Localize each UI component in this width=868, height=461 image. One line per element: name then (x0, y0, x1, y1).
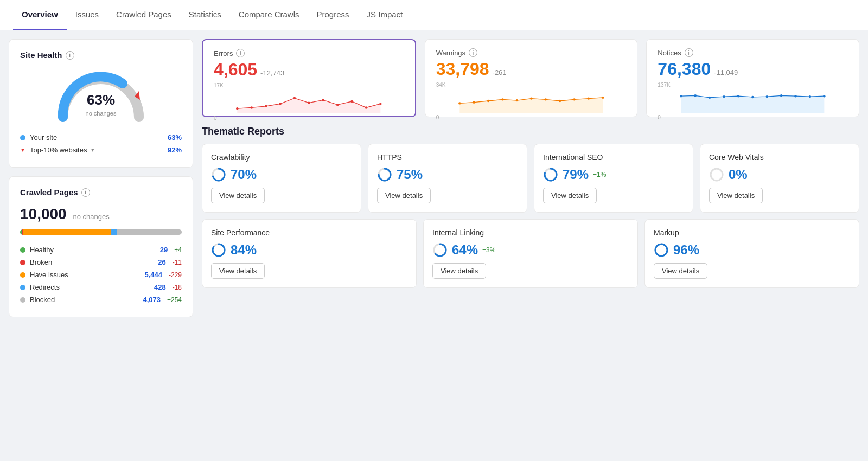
sidebar: Site Health i 63% (9, 39, 193, 317)
metric-value-warnings: 33,798-261 (436, 60, 627, 78)
report-circle-icon (377, 167, 392, 182)
report-percentage: 75% (397, 167, 423, 182)
legend-dot (20, 297, 25, 303)
legend-values: 428 -18 (154, 283, 182, 291)
view-details-button[interactable]: View details (211, 263, 265, 279)
crawled-pages-info-icon[interactable]: i (81, 188, 90, 197)
svg-point-8 (336, 104, 339, 106)
site-health-title: Site Health i (20, 50, 182, 60)
view-details-button[interactable]: View details (543, 188, 597, 203)
report-card: Core Web Vitals0%View details (700, 144, 859, 213)
report-circle-icon (654, 242, 669, 258)
legend-value: 26 (158, 258, 165, 266)
legend-change: -18 (173, 284, 182, 291)
legend-change: -11 (173, 259, 182, 266)
nav-item-crawled-pages[interactable]: Crawled Pages (107, 0, 180, 30)
chart-zero-label: 0 (658, 114, 848, 120)
view-details-button[interactable]: View details (432, 263, 486, 279)
svg-point-29 (766, 95, 768, 98)
report-percentage: 64% (452, 242, 478, 258)
your-site-left: Your site (20, 133, 57, 142)
your-site-value: 63% (168, 133, 182, 142)
legend-dot (20, 272, 25, 278)
gauge-percentage: 63% (86, 92, 117, 108)
thematic-title: Thematic Reports (202, 126, 859, 137)
chart-zero-label: 0 (214, 115, 404, 121)
metric-info-icon[interactable]: i (469, 48, 477, 57)
legend-value: 4,073 (143, 296, 161, 304)
nav-item-progress[interactable]: Progress (308, 0, 358, 30)
crawled-legend-item: Redirects 428 -18 (20, 281, 182, 293)
report-card: Crawlability70%View details (202, 144, 361, 213)
report-percentage: 96% (673, 242, 699, 258)
report-pct-change: +1% (593, 171, 606, 178)
gauge-sub-label: no changes (86, 110, 117, 117)
your-site-dot (20, 135, 25, 140)
reports-row2: Site Performance84%View detailsInternal … (202, 219, 859, 288)
legend-values: 29 +4 (160, 246, 182, 254)
metric-card-warnings: Warningsi33,798-26134K0 (425, 39, 638, 117)
top10-left: ▼ Top-10% websites ▾ (20, 146, 94, 154)
metric-label-text: Errors (214, 49, 233, 57)
metric-card-notices: Noticesi76,380-11,049137K0 (646, 39, 859, 117)
site-health-info-icon[interactable]: i (66, 51, 74, 60)
svg-point-17 (530, 97, 532, 99)
nav-item-issues[interactable]: Issues (67, 0, 107, 30)
svg-point-10 (365, 106, 367, 108)
progress-blocked (117, 229, 182, 235)
report-name: Crawlability (211, 153, 352, 162)
metric-label-errors: Errorsi (214, 49, 404, 57)
chart-axis: 17K (214, 82, 404, 88)
metric-value-notices: 76,380-11,049 (658, 60, 848, 78)
nav-item-overview[interactable]: Overview (13, 0, 67, 30)
metric-info-icon[interactable]: i (236, 49, 245, 57)
mini-chart-notices: 137K0 (658, 82, 848, 109)
report-card: HTTPS75%View details (368, 144, 527, 213)
metrics-row: Errorsi4,605-12,74317K0Warningsi33,798-2… (202, 39, 859, 117)
mini-chart-warnings: 34K0 (436, 82, 627, 109)
report-card: Internal Linking64%+3%View details (423, 219, 638, 288)
report-percentage: 79% (563, 167, 589, 182)
report-name: Markup (654, 228, 850, 237)
view-details-button[interactable]: View details (377, 188, 431, 203)
gauge-center: 63% no changes (86, 92, 117, 117)
svg-point-9 (350, 100, 353, 103)
svg-point-15 (501, 98, 503, 100)
chart-max-label: 34K (436, 82, 446, 88)
svg-point-18 (544, 98, 546, 100)
legend-label: Broken (30, 258, 52, 266)
metric-info-icon[interactable]: i (685, 48, 693, 57)
nav-item-js-impact[interactable]: JS Impact (358, 0, 412, 30)
metric-label-text: Warnings (436, 49, 465, 57)
metric-label-text: Notices (658, 49, 681, 57)
crawled-legend-item: Healthy 29 +4 (20, 244, 182, 256)
svg-point-26 (723, 95, 725, 98)
nav-item-statistics[interactable]: Statistics (180, 0, 230, 30)
nav-item-compare-crawls[interactable]: Compare Crawls (230, 0, 308, 30)
metric-change-warnings: -261 (493, 68, 507, 76)
legend-dot (20, 260, 25, 265)
your-site-label: Your site (30, 133, 57, 142)
report-pct-row: 64%+3% (432, 242, 629, 258)
svg-point-24 (694, 94, 697, 97)
crawled-count-change: no changes (73, 213, 110, 221)
svg-point-27 (737, 95, 739, 97)
view-details-button[interactable]: View details (211, 188, 265, 203)
metric-label-notices: Noticesi (658, 48, 848, 57)
svg-point-13 (473, 101, 475, 103)
crawled-pages-title: Crawled Pages i (20, 188, 182, 197)
chart-max-label: 137K (658, 82, 670, 88)
site-health-card: Site Health i 63% (9, 39, 193, 168)
report-pct-row: 70% (211, 167, 352, 182)
view-details-button[interactable]: View details (709, 188, 763, 203)
svg-point-33 (823, 95, 825, 97)
legend-label: Blocked (30, 296, 55, 304)
svg-point-3 (265, 105, 267, 107)
top10-row: ▼ Top-10% websites ▾ 92% (20, 144, 182, 156)
report-name: Site Performance (211, 228, 407, 237)
view-details-button[interactable]: View details (654, 263, 707, 279)
crawled-legend-item: Broken 26 -11 (20, 256, 182, 268)
top10-chevron-icon[interactable]: ▾ (91, 146, 94, 153)
svg-point-31 (795, 95, 797, 97)
crawled-legend-item: Blocked 4,073 +254 (20, 293, 182, 306)
